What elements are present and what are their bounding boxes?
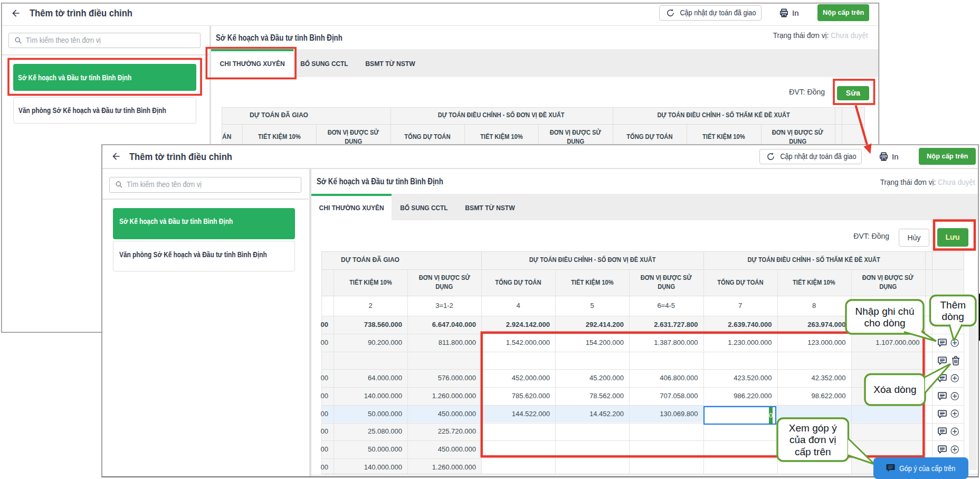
svg-text:của đơn vị: của đơn vị — [789, 434, 836, 445]
svg-text:Thêm: Thêm — [940, 299, 966, 311]
svg-text:Xóa dòng: Xóa dòng — [873, 384, 916, 395]
svg-text:Xem góp ý: Xem góp ý — [789, 422, 837, 434]
svg-text:dòng: dòng — [942, 311, 964, 322]
svg-text:Nhập ghi chú: Nhập ghi chú — [855, 306, 915, 317]
svg-text:cấp trên: cấp trên — [795, 446, 831, 457]
svg-text:cho dòng: cho dòng — [864, 317, 905, 328]
